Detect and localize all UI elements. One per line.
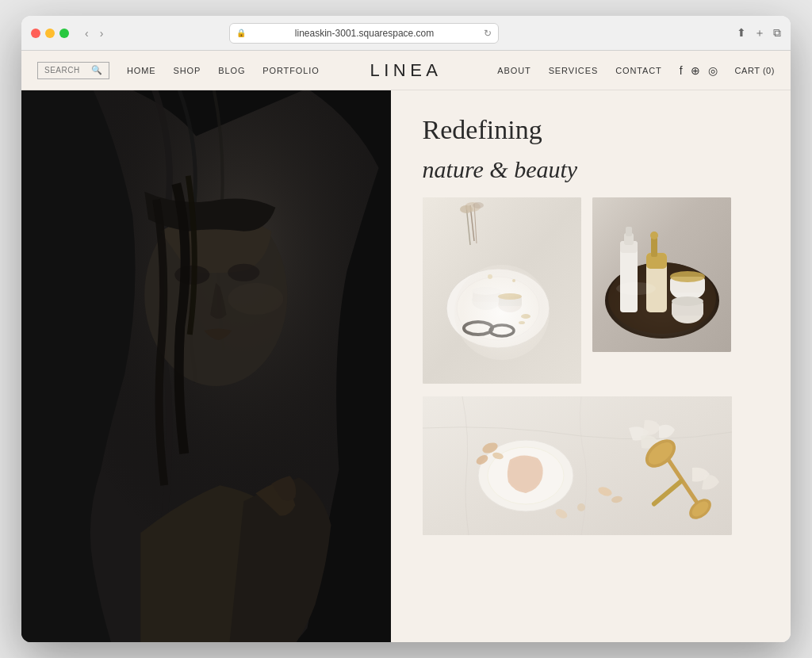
brand-logo[interactable]: LINEA [370,60,442,80]
nav-portfolio[interactable]: PORTFOLIO [262,66,319,75]
svg-point-14 [446,269,550,348]
nav-services[interactable]: SERVICES [549,66,598,75]
navigation: 🔍 HOME SHOP BLOG PORTFOLIO LINEA ABOUT S… [21,51,791,90]
svg-rect-17 [473,291,500,302]
forward-button[interactable]: › [97,25,107,41]
minimize-button[interactable] [45,29,55,38]
hero-title: Redefining [423,114,763,147]
svg-point-4 [228,264,259,281]
svg-point-27 [512,279,515,282]
pinterest-icon[interactable]: ⊕ [691,64,700,77]
nav-blog[interactable]: BLOG [218,66,245,75]
browser-window: ‹ › 🔒 lineaskin-3001.squarespace.com ↻ ⬆… [21,16,791,642]
svg-rect-37 [651,237,657,257]
nav-home[interactable]: HOME [127,66,156,75]
product-image-1 [423,197,581,384]
svg-point-41 [670,271,705,282]
svg-point-60 [577,503,585,511]
share-icon[interactable]: ⬆ [737,26,746,40]
social-icons: f ⊕ ◎ [680,64,718,77]
lock-icon: 🔒 [236,29,246,37]
windows-icon[interactable]: ⧉ [773,26,781,40]
svg-point-26 [488,274,492,279]
nav-center: LINEA [370,60,442,81]
nav-contact[interactable]: CONTACT [615,66,662,75]
svg-point-13 [473,202,484,208]
new-tab-icon[interactable]: ＋ [754,26,765,40]
main-content: Redefining nature & beauty [21,90,791,642]
svg-rect-46 [423,396,732,535]
website: 🔍 HOME SHOP BLOG PORTFOLIO LINEA ABOUT S… [21,51,791,642]
close-button[interactable] [31,29,40,38]
traffic-lights [31,29,69,38]
browser-actions: ⬆ ＋ ⧉ [737,26,781,40]
refresh-icon: ↻ [484,28,492,39]
back-button[interactable]: ‹ [82,25,92,41]
browser-controls: ‹ › [82,25,106,41]
svg-rect-20 [499,296,522,306]
svg-point-15 [457,277,539,340]
hero-subtitle: nature & beauty [423,156,763,183]
url-text: lineaskin-3001.squarespace.com [249,28,481,39]
svg-point-21 [498,293,522,300]
nav-about[interactable]: ABOUT [497,66,530,75]
svg-point-16 [472,291,500,310]
svg-point-23 [490,325,514,336]
address-bar[interactable]: 🔒 lineaskin-3001.squarespace.com ↻ [229,23,499,44]
cart-button[interactable]: CART (0) [735,66,775,75]
images-row-top [423,197,763,384]
images-grid [423,197,763,535]
svg-point-38 [650,231,658,239]
browser-chrome: ‹ › 🔒 lineaskin-3001.squarespace.com ↻ ⬆… [21,16,791,51]
svg-rect-34 [626,227,632,236]
svg-point-25 [519,321,525,324]
svg-point-5 [228,283,283,315]
svg-rect-7 [423,197,581,384]
nav-shop[interactable]: SHOP [174,66,201,75]
search-input[interactable] [44,66,88,75]
product-image-2 [592,197,731,352]
instagram-icon[interactable]: ◎ [708,64,718,77]
svg-point-22 [464,322,492,335]
svg-point-19 [498,296,522,312]
svg-point-24 [521,314,530,319]
svg-point-44 [672,296,703,306]
svg-point-18 [472,287,500,295]
hero-image [21,90,391,642]
svg-point-45 [616,282,656,295]
facebook-icon[interactable]: f [680,64,683,77]
nav-right: ABOUT SERVICES CONTACT f ⊕ ◎ CART (0) [497,64,775,77]
product-image-3 [423,396,732,535]
maximize-button[interactable] [59,29,69,38]
search-box[interactable]: 🔍 [37,62,109,79]
content-area: Redefining nature & beauty [391,90,791,642]
search-icon: 🔍 [91,65,102,75]
